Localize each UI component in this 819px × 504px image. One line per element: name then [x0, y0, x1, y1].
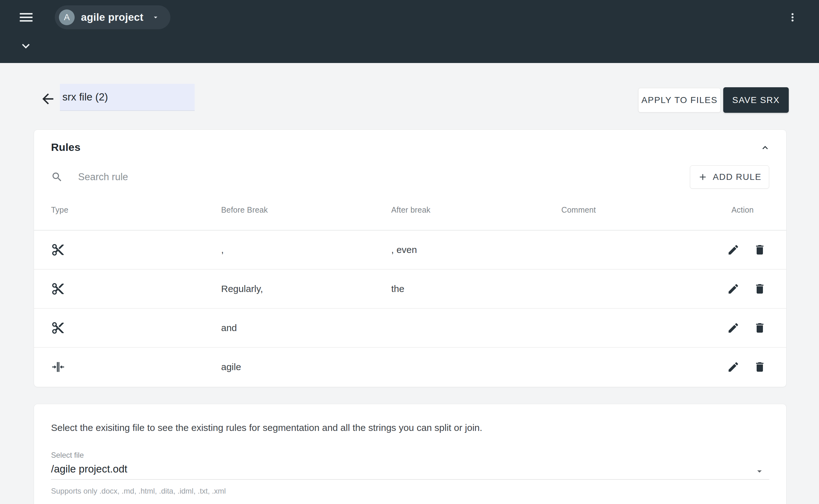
search-icon: [51, 171, 63, 183]
after-break-cell: the: [391, 283, 561, 294]
select-file-label: Select file: [51, 451, 769, 460]
merge-icon: [51, 360, 221, 374]
avatar: A: [59, 9, 75, 25]
edit-rule-icon[interactable]: [727, 283, 740, 295]
file-select-card: Select the exisiting file to see the exi…: [34, 404, 787, 504]
header-row: A agile project: [0, 0, 819, 35]
file-select-dropdown[interactable]: /agile project.odt: [51, 463, 769, 480]
search-rule-input[interactable]: [77, 171, 362, 183]
edit-rule-icon[interactable]: [727, 322, 740, 334]
after-break-cell: , even: [391, 244, 561, 255]
dropdown-caret-icon: [754, 466, 765, 477]
before-break-cell: ,: [221, 244, 391, 255]
menu-icon[interactable]: [18, 9, 35, 26]
add-rule-label: ADD RULE: [713, 172, 761, 182]
file-select-description: Select the exisiting file to see the exi…: [51, 422, 769, 434]
save-srx-button[interactable]: SAVE SRX: [723, 87, 789, 113]
scissors-icon: [51, 243, 221, 257]
more-options-icon[interactable]: [786, 8, 799, 27]
project-name: agile project: [81, 11, 143, 23]
before-break-cell: Regularly,: [221, 283, 391, 294]
delete-rule-icon[interactable]: [753, 243, 766, 256]
collapse-rules-icon[interactable]: [758, 140, 772, 155]
delete-rule-icon[interactable]: [753, 283, 766, 295]
before-break-cell: agile: [221, 362, 391, 372]
column-header-before-break: Before Break: [221, 205, 391, 215]
column-header-after-break: After break: [391, 205, 561, 215]
delete-rule-icon[interactable]: [753, 322, 766, 334]
table-row: and: [34, 309, 786, 348]
add-rule-button[interactable]: ADD RULE: [690, 165, 769, 189]
edit-rule-icon[interactable]: [727, 361, 740, 373]
column-header-action: Action: [731, 205, 769, 215]
scissors-icon: [51, 282, 221, 296]
table-row: , , even: [34, 231, 786, 270]
scissors-icon: [51, 321, 221, 335]
delete-rule-icon[interactable]: [753, 361, 766, 373]
column-header-type: Type: [51, 205, 221, 215]
rules-card-title: Rules: [51, 141, 81, 153]
app-header: A agile project: [0, 0, 819, 63]
before-break-cell: and: [221, 323, 391, 333]
table-row: agile: [34, 348, 786, 386]
srx-file-name-input[interactable]: [60, 84, 195, 111]
expand-header-icon[interactable]: [18, 38, 33, 54]
caret-down-icon: [152, 13, 160, 21]
plus-icon: [698, 172, 708, 182]
avatar-letter: A: [64, 13, 70, 22]
table-row: Regularly, the: [34, 270, 786, 309]
back-arrow-icon[interactable]: [40, 91, 56, 107]
rules-table-header: Type Before Break After break Comment Ac…: [34, 190, 786, 230]
apply-to-files-button[interactable]: APPLY TO FILES: [638, 88, 721, 112]
edit-rule-icon[interactable]: [727, 243, 740, 256]
selected-file-value: /agile project.odt: [51, 463, 769, 475]
column-header-comment: Comment: [561, 205, 731, 215]
supported-formats-text: Supports only .docx, .md, .html, .dita, …: [51, 487, 769, 495]
rules-card: Rules ADD RULE Type Before Break After b…: [34, 129, 787, 387]
project-selector[interactable]: A agile project: [55, 5, 170, 29]
